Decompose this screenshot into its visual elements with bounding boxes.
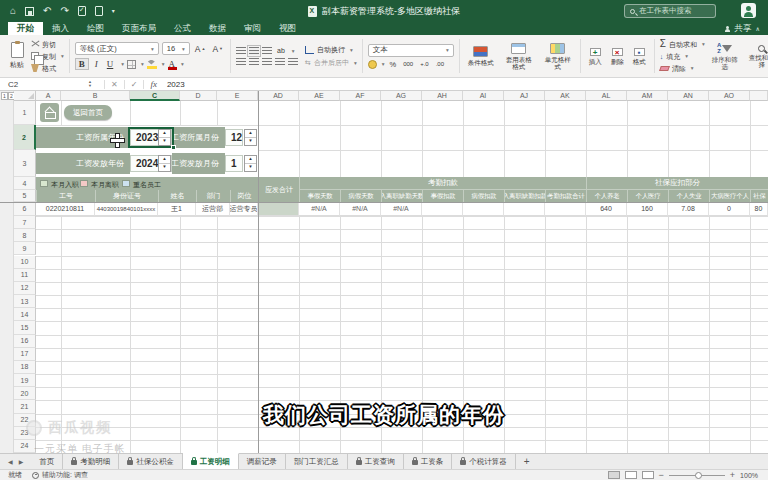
search-input[interactable]: 在工作表中搜索 — [624, 4, 716, 18]
orientation-icon[interactable]: ab — [275, 47, 287, 54]
table-header[interactable]: 病假扣款 — [463, 190, 504, 202]
table-header[interactable]: 姓名 — [158, 190, 196, 202]
select-all-corner[interactable] — [14, 91, 36, 101]
sheet-tab-社保公积金[interactable]: 社保公积金 — [119, 454, 183, 469]
column-header-C[interactable]: C — [130, 91, 180, 101]
column-header-AK[interactable]: AK — [545, 91, 586, 101]
row-header-6[interactable]: 6 — [14, 202, 36, 216]
normal-view-button[interactable] — [608, 471, 620, 479]
increase-decimal-button[interactable]: +.0 — [418, 61, 431, 67]
column-header-AI[interactable]: AI — [463, 91, 504, 101]
spinner[interactable]: ▲▼ — [158, 155, 171, 172]
underline-button[interactable]: U — [104, 59, 117, 69]
align-bottom-icon[interactable] — [262, 47, 272, 55]
column-header-E[interactable]: E — [217, 91, 258, 101]
table-cell[interactable]: 640 — [586, 202, 627, 216]
column-header-AD[interactable]: AD — [258, 91, 299, 101]
proofing-icon[interactable] — [78, 6, 86, 16]
config-value-input[interactable]: 12 — [225, 129, 243, 146]
autosum-button[interactable]: Σ自动求和▾ — [660, 39, 705, 50]
paste-button[interactable]: 粘贴 — [6, 41, 28, 71]
sheet-tab-考勤明细[interactable]: 考勤明细 — [63, 454, 119, 469]
align-center-icon[interactable] — [249, 58, 259, 66]
table-header[interactable]: 入离职缺勤天数 — [381, 190, 422, 202]
column-header-AE[interactable]: AE — [299, 91, 340, 101]
spinner[interactable]: ▲▼ — [244, 129, 257, 146]
zoom-in-button[interactable]: + — [730, 471, 735, 479]
row-header-10[interactable]: 10 — [14, 256, 36, 269]
table-header[interactable]: 工号 — [36, 190, 95, 202]
column-header-AJ[interactable]: AJ — [504, 91, 545, 101]
sheet-tab-部门工资汇总[interactable]: 部门工资汇总 — [286, 454, 348, 469]
formula-value[interactable]: 2023 — [167, 80, 185, 89]
number-format-select[interactable]: 文本▾ — [368, 44, 454, 57]
table-header[interactable]: 社保 — [750, 190, 768, 202]
row-header-19[interactable]: 19 — [14, 374, 36, 387]
conditional-formatting-button[interactable]: 条件格式 — [465, 46, 497, 66]
sheet-tab-工资明细[interactable]: 工资明细 — [183, 453, 239, 469]
new-doc-icon[interactable] — [95, 6, 103, 16]
accessibility-status[interactable]: 辅助功能: 调查 — [32, 470, 88, 480]
user-avatar[interactable] — [741, 3, 756, 18]
align-left-icon[interactable] — [236, 58, 246, 66]
merge-center-button[interactable]: ⇆ 合并后居中▾ — [305, 58, 357, 68]
zoom-out-button[interactable]: − — [659, 471, 664, 479]
collapse-ribbon-icon[interactable]: ∧ — [756, 25, 760, 32]
wrap-text-button[interactable]: 自动换行▾ — [305, 45, 357, 55]
zoom-level[interactable]: 100% — [740, 472, 758, 479]
decrease-indent-icon[interactable] — [275, 58, 285, 66]
table-cell[interactable]: 王1 — [158, 202, 196, 216]
save-icon[interactable] — [25, 7, 34, 16]
row-header-3[interactable]: 3 — [14, 150, 36, 177]
column-header-AL[interactable]: AL — [586, 91, 627, 101]
table-header[interactable]: 病假天数 — [340, 190, 381, 202]
font-name-select[interactable]: 等线 (正文)▾ — [75, 42, 159, 55]
ribbon-tab-公式[interactable]: 公式 — [165, 22, 200, 35]
row-header-13[interactable]: 13 — [14, 295, 36, 308]
delete-cells-button[interactable]: × 删除 — [608, 48, 627, 65]
align-middle-icon[interactable] — [249, 47, 259, 55]
ribbon-tab-视图[interactable]: 视图 — [270, 22, 305, 35]
config-value-input[interactable]: 1 — [225, 155, 243, 172]
table-cell[interactable]: 0 — [709, 202, 750, 216]
comma-style-button[interactable]: 000 — [401, 61, 415, 67]
clear-button[interactable]: 清除▾ — [660, 63, 705, 74]
row-header-8[interactable]: 8 — [14, 229, 36, 242]
fill-button[interactable]: ↓填充▾ — [660, 51, 705, 62]
decrease-decimal-button[interactable]: .00 — [434, 61, 446, 67]
ribbon-tab-绘图[interactable]: 绘图 — [78, 22, 113, 35]
table-cell[interactable]: 160 — [627, 202, 668, 216]
table-cell[interactable]: 运营部 — [196, 202, 230, 216]
sheet-tab-工资条[interactable]: 工资条 — [404, 454, 453, 469]
row-header-20[interactable]: 20 — [14, 387, 36, 400]
currency-icon[interactable] — [368, 60, 377, 69]
column-header-D[interactable]: D — [180, 91, 217, 101]
row-header-16[interactable]: 16 — [14, 335, 36, 348]
row-header-24[interactable]: 24 — [14, 440, 36, 453]
add-sheet-button[interactable]: + — [516, 454, 538, 469]
bold-button[interactable]: B — [75, 58, 89, 70]
table-header[interactable]: 个人失业 — [668, 190, 709, 202]
fill-handle[interactable] — [171, 145, 176, 150]
table-header[interactable]: 事假天数 — [299, 190, 340, 202]
column-header-AO[interactable]: AO — [709, 91, 750, 101]
row-header-15[interactable]: 15 — [14, 321, 36, 334]
customize-toolbar-icon[interactable]: ▾ — [112, 6, 115, 16]
row-header-17[interactable]: 17 — [14, 348, 36, 361]
row-header-9[interactable]: 9 — [14, 242, 36, 255]
sheet-tab-首页[interactable]: 首页 — [31, 454, 63, 469]
increase-indent-icon[interactable] — [288, 58, 298, 66]
table-header[interactable]: 个人医疗 — [627, 190, 668, 202]
sheet-tab-工资查询[interactable]: 工资查询 — [348, 454, 404, 469]
table-header[interactable]: 岗位 — [230, 190, 258, 202]
row-header-12[interactable]: 12 — [14, 282, 36, 295]
return-home-button[interactable]: 返回首页 — [64, 105, 112, 120]
outline-level-button-1[interactable]: 1 — [1, 92, 8, 100]
column-header-A[interactable]: A — [36, 91, 61, 101]
table-header[interactable]: 大病医疗个人 — [709, 190, 750, 202]
page-break-view-button[interactable] — [642, 471, 654, 479]
row-header-1[interactable]: 1 — [14, 101, 36, 125]
cell-styles-button[interactable]: 单元格样式 — [541, 43, 575, 70]
insert-cells-button[interactable]: + 插入 — [586, 48, 605, 65]
borders-icon[interactable] — [127, 60, 136, 69]
